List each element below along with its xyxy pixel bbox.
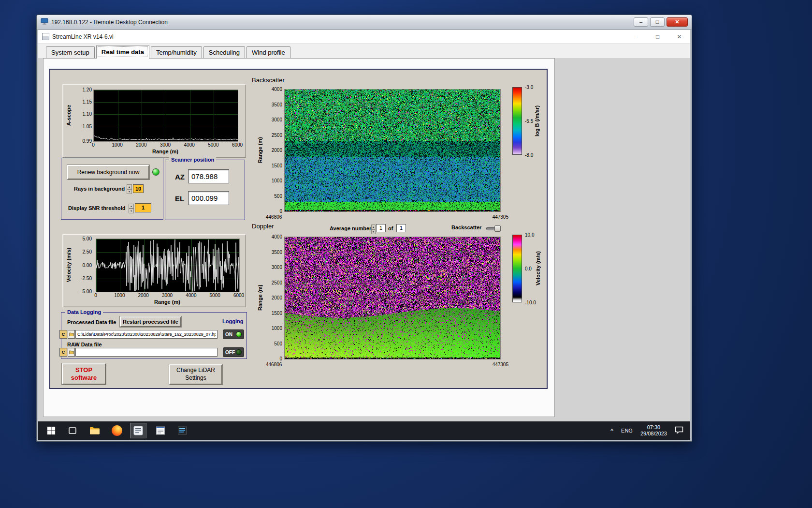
streamline-app-taskbar-icon[interactable] [130, 423, 146, 438]
raw-path-field[interactable] [75, 348, 218, 357]
doppler-heading: Doppler [252, 223, 274, 230]
el-label: EL [175, 194, 184, 203]
ascope-y-axis-label: A-scope [65, 90, 72, 141]
average-number-value[interactable]: 1 [376, 224, 386, 232]
backscatter-heatmap [284, 89, 501, 212]
backscatter-y-ticks: 40003500300025002000150010005000 [264, 89, 282, 211]
task-view-button[interactable] [64, 423, 81, 438]
file-explorer-icon[interactable] [87, 423, 103, 438]
tab-scheduling[interactable]: Scheduling [203, 46, 245, 58]
spin-up-icon[interactable]: ▲ [129, 204, 134, 209]
el-value[interactable]: 000.099 [188, 191, 229, 205]
snr-threshold-value[interactable]: 1 [135, 203, 151, 212]
ascope-x-axis-label: Range (m) [93, 149, 237, 154]
app-content: A-scope 1.201.151.101.050.99 01000200030… [38, 58, 690, 421]
backscatter-x-end: 447305 [489, 214, 508, 220]
snr-threshold-label: Display SNR threshold [68, 205, 126, 211]
doppler-heatmap [284, 237, 501, 359]
doppler-colorbar-label: Velocity (m/s) [535, 235, 541, 302]
raw-drive-chip[interactable]: C [59, 348, 67, 357]
notification-icon[interactable] [675, 426, 683, 435]
taskbar: ^ ENG 07:30 29/08/2023 [38, 421, 690, 440]
doppler-x-end: 447305 [489, 362, 508, 367]
logging-on-led [236, 331, 242, 337]
processed-data-file-label: Processed Data file [67, 319, 116, 325]
rdp-restore-button[interactable]: □ [650, 17, 665, 27]
raw-logging-toggle[interactable]: OFF [223, 347, 244, 357]
velocity-x-axis-label: Range (m) [96, 299, 239, 305]
language-indicator[interactable]: ENG [621, 428, 633, 433]
remote-desktop-icon [41, 18, 48, 27]
processed-path-field[interactable] [75, 330, 218, 339]
start-button[interactable] [43, 423, 59, 438]
system-tray: ^ ENG 07:30 29/08/2023 [610, 421, 690, 440]
spin-down-icon[interactable]: ▼ [129, 209, 134, 213]
data-logging-title: Data Logging [65, 309, 103, 315]
doppler-x-start: 446806 [266, 362, 282, 367]
rays-spinner[interactable]: ▲ ▼ [127, 184, 132, 193]
data-viewer-icon[interactable] [174, 423, 190, 438]
processed-browse-folder-icon[interactable] [68, 330, 75, 339]
app-restore-button[interactable]: □ [647, 30, 668, 44]
background-controls-group: Renew background now Rays in background … [61, 158, 163, 220]
backscatter-colorbar-label: log B (/m/sr) [534, 87, 540, 155]
rdp-minimize-button[interactable]: – [634, 17, 648, 27]
logging-label: Logging [222, 318, 243, 324]
tab-wind-profile[interactable]: Wind profile [246, 46, 290, 58]
backscatter-display-toggle[interactable] [486, 225, 501, 232]
velocity-plot [96, 239, 240, 292]
tab-temp-humidity[interactable]: Temp/humidity [151, 46, 202, 58]
firefox-icon[interactable] [109, 423, 125, 438]
restart-processed-file-button[interactable]: Restart processed file [120, 316, 181, 327]
velocity-graph: Velocity (m/s) 5.002.500.00-2.50-5.00 01… [62, 234, 246, 307]
logging-off-led [236, 349, 242, 355]
az-label: AZ [175, 173, 185, 181]
clock[interactable]: 07:30 29/08/2023 [640, 424, 667, 437]
velocity-y-ticks: 5.002.500.00-2.50-5.00 [72, 239, 92, 291]
app-close-button[interactable]: ✕ [668, 30, 690, 44]
scan-scheduler-icon[interactable] [152, 423, 169, 438]
rdp-titlebar[interactable]: 192.168.0.122 - Remote Desktop Connectio… [37, 15, 692, 30]
remote-session: StreamLine XR v14-6.vi – □ ✕ System setu… [38, 30, 690, 440]
toggle-knob[interactable] [494, 225, 501, 232]
backscatter-toggle-label: Backscatter [451, 224, 481, 230]
processed-logging-toggle[interactable]: ON [223, 329, 244, 339]
rays-in-background-label: Rays in background [74, 186, 125, 192]
scanner-position-title: Scanner position [169, 157, 216, 163]
average-total-value[interactable]: 1 [396, 224, 406, 232]
tray-expand-icon[interactable]: ^ [610, 427, 613, 434]
backscatter-y-axis-label: Range (m) [257, 89, 263, 211]
tab-system-setup[interactable]: System setup [46, 46, 95, 58]
on-label: ON [225, 332, 232, 337]
raw-browse-folder-icon[interactable] [68, 348, 75, 357]
spin-down-icon[interactable]: ▼ [127, 189, 132, 194]
change-lidar-settings-button[interactable]: Change LiDAR Settings [169, 364, 222, 385]
app-window: StreamLine XR v14-6.vi – □ ✕ System setu… [38, 30, 690, 421]
app-titlebar[interactable]: StreamLine XR v14-6.vi – □ ✕ [38, 30, 690, 44]
stop-software-button[interactable]: STOP software [62, 363, 106, 385]
average-number-spinner[interactable]: ▲ ▼ [371, 224, 376, 232]
app-minimize-button[interactable]: – [625, 30, 647, 44]
stop-line2: software [71, 374, 97, 382]
rays-in-background-value[interactable]: 10 [133, 184, 144, 193]
rdp-close-button[interactable]: ✕ [667, 17, 688, 27]
spin-up-icon[interactable]: ▲ [127, 184, 132, 189]
rdp-window: 192.168.0.122 - Remote Desktop Connectio… [36, 15, 692, 442]
settings-line2: Settings [185, 374, 206, 382]
tab-strip: System setup Real time data Temp/humidit… [38, 44, 690, 58]
tab-real-time-data[interactable]: Real time data [96, 45, 149, 59]
ascope-y-ticks: 1.201.151.101.050.99 [73, 90, 92, 141]
average-number-label: Average number [330, 225, 371, 231]
backscatter-heading: Backscatter [252, 76, 285, 84]
doppler-colorbar [512, 235, 522, 302]
spin-down-icon[interactable]: ▼ [371, 229, 376, 234]
velocity-y-axis-label: Velocity (m/s) [65, 239, 72, 291]
renew-background-button[interactable]: Renew background now [67, 165, 149, 179]
snr-spinner[interactable]: ▲ ▼ [129, 204, 134, 212]
of-label: of [388, 225, 393, 231]
scanner-position-group: Scanner position AZ 078.988 EL 000.099 [165, 160, 245, 220]
az-value[interactable]: 078.988 [188, 169, 229, 183]
processed-drive-chip[interactable]: C [59, 330, 67, 339]
rdp-window-title: 192.168.0.122 - Remote Desktop Connectio… [51, 19, 168, 26]
spin-up-icon[interactable]: ▲ [371, 224, 376, 229]
